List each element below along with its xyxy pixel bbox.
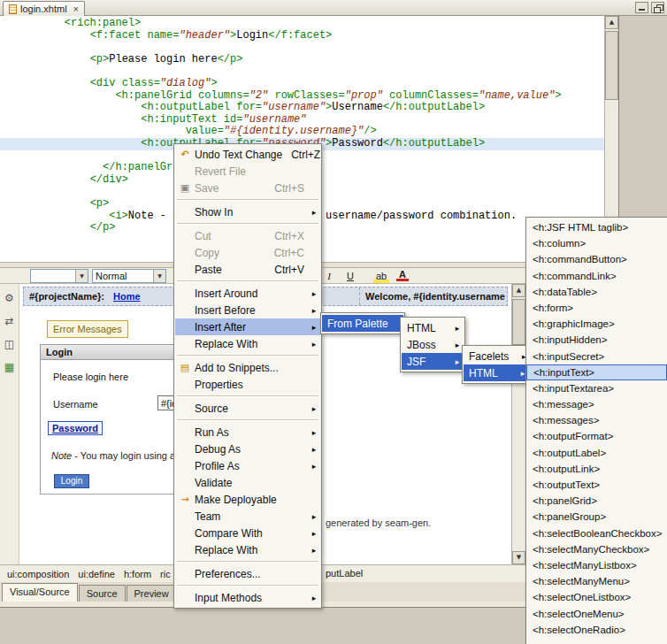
tag-item-h-form[interactable]: <h:form> (526, 300, 667, 316)
menu-item-paste[interactable]: PasteCtrl+V (175, 261, 320, 278)
scroll-down-icon[interactable]: ▼ (512, 551, 525, 564)
password-label-selected[interactable]: Password (48, 421, 103, 435)
menu-item-add-to-snippets[interactable]: ▤Add to Snippets... (175, 359, 320, 376)
code-line[interactable]: <div class="dialog"> (7, 78, 604, 90)
menu-item-input-methods[interactable]: Input Methods▸ (175, 589, 320, 606)
tag-item-h-selectmanycheckbox[interactable]: <h:selectManyCheckbox> (526, 541, 667, 557)
font-color-button[interactable]: A (396, 269, 409, 281)
tag-item-h-graphicimage[interactable]: <h:graphicImage> (526, 316, 667, 332)
menu-item-replace-with[interactable]: Replace With▸ (175, 541, 320, 558)
menu-item-insert-after[interactable]: Insert After▸ (175, 318, 320, 335)
code-line[interactable]: <p>Please login here</p> (7, 54, 604, 66)
menu-item-properties[interactable]: Properties (175, 376, 320, 393)
chevron-down-icon[interactable]: ▼ (75, 270, 88, 282)
tag-item-h-outputtext[interactable]: <h:outputText> (526, 477, 667, 493)
code-line[interactable]: <h:panelGrid columns="2" rowClasses="pro… (7, 90, 604, 103)
breadcrumb-item-ui-composition[interactable]: ui:composition (7, 569, 69, 579)
menu-item-undo-text-change[interactable]: ↶Undo Text ChangeCtrl+Z (175, 146, 320, 163)
login-button[interactable]: Login (54, 474, 89, 488)
menu-item-insert-before[interactable]: Insert Before▸ (175, 302, 320, 318)
tag-item-h-selectmanymenu[interactable]: <h:selectManyMenu> (526, 573, 667, 589)
italic-button[interactable]: I (320, 269, 338, 283)
code-line[interactable]: <h:inputText id="username" (7, 114, 604, 126)
canvas-scrollbar[interactable]: ▲ ▼ (511, 284, 525, 564)
code-line[interactable] (7, 65, 604, 78)
menu-item-debug-as[interactable]: Debug As▸ (175, 441, 320, 457)
editor-scrollbar-thumb[interactable] (605, 31, 618, 100)
menu-item-html[interactable]: HTML▸ (464, 364, 529, 381)
menu-item-validate[interactable]: Validate (175, 474, 320, 491)
tag-item-h-inputhidden[interactable]: <h:inputHidden> (526, 332, 667, 348)
paragraph-format-combo[interactable]: Normal ▼ (92, 269, 166, 283)
tag-item-h-message[interactable]: <h:message> (526, 396, 667, 412)
code-line[interactable]: value="#{identity.username}"/> (7, 126, 604, 138)
tag-item-h-datatable[interactable]: <h:dataTable> (526, 284, 667, 300)
tag-item-h-outputlabel[interactable]: <h:outputLabel> (526, 445, 667, 461)
chevron-down-icon[interactable]: ▼ (153, 270, 165, 282)
code-line[interactable]: <h:outputLabel for="username">Username</… (7, 102, 604, 114)
scroll-up-icon[interactable]: ▲ (605, 16, 618, 29)
menu-item-cut[interactable]: CutCtrl+X (175, 227, 320, 244)
breadcrumb-tail-fragment[interactable]: putLabel (326, 568, 363, 579)
gear-icon[interactable]: ⚙ (3, 291, 17, 305)
menu-item-preferences[interactable]: Preferences... (175, 565, 320, 582)
underline-button[interactable]: U (341, 269, 359, 283)
restore-icon[interactable] (651, 2, 664, 13)
tag-item-h-selectmanylistbox[interactable]: <h:selectManyListbox> (526, 557, 667, 573)
menu-item-html[interactable]: HTML▸ (402, 319, 464, 336)
tag-item-h-column[interactable]: <h:column> (526, 235, 667, 251)
grid-icon[interactable]: ▦ (3, 360, 17, 374)
tag-item-h-commandbutton[interactable]: <h:commandButton> (526, 251, 667, 267)
menu-item-replace-with[interactable]: Replace With▸ (175, 335, 320, 352)
tag-item-h-panelgroup[interactable]: <h:panelGroup> (526, 509, 667, 525)
menu-item-run-as[interactable]: Run As▸ (175, 424, 320, 441)
breadcrumb-item-ui-define[interactable]: ui:define (78, 569, 115, 579)
menu-item-insert-around[interactable]: Insert Around▸ (175, 285, 320, 302)
code-line[interactable]: <f:facet name="header">Login</f:facet> (7, 30, 604, 42)
code-line[interactable] (7, 42, 604, 54)
tag-item-h-inputtext[interactable]: <h:inputText> (526, 364, 667, 380)
menu-item-make-deployable[interactable]: →Make Deployable (175, 491, 320, 508)
menu-item-compare-with[interactable]: Compare With▸ (175, 525, 320, 541)
close-icon[interactable]: × (73, 4, 79, 14)
tag-item-h-outputformat[interactable]: <h:outputFormat> (526, 428, 667, 444)
minimize-icon[interactable] (635, 2, 648, 13)
tab-preview[interactable]: Preview (126, 585, 177, 602)
menu-item-show-in[interactable]: Show In▸ (175, 203, 320, 220)
tag-item-h-commandlink[interactable]: <h:commandLink> (526, 268, 667, 284)
tag-item-h-inputtextarea[interactable]: <h:inputTextarea> (526, 380, 667, 396)
menu-item-jboss[interactable]: JBoss▸ (402, 336, 464, 353)
tag-item-h-jsf-html-taglib[interactable]: <h:JSF HTML taglib> (526, 219, 667, 235)
style-combo[interactable]: ▼ (30, 269, 88, 283)
scroll-up-icon[interactable]: ▲ (512, 284, 525, 297)
breadcrumb-item-h-form[interactable]: h:form (124, 569, 151, 579)
editor-tab-login-xhtml[interactable]: login.xhtml × (3, 1, 85, 16)
menu-item-copy[interactable]: CopyCtrl+C (175, 244, 320, 261)
menu-item-source[interactable]: Source▸ (175, 400, 320, 417)
tag-item-h-selectonelistbox[interactable]: <h:selectOneListbox> (526, 589, 667, 605)
tag-item-h-panelgrid[interactable]: <h:panelGrid> (526, 493, 667, 509)
code-line[interactable]: <rich:panel> (7, 18, 604, 30)
tag-item-h-selectbooleancheckbox[interactable]: <h:selectBooleanCheckbox> (526, 525, 667, 541)
home-link[interactable]: Home (113, 291, 141, 302)
tab-visual-source[interactable]: Visual/Source (2, 583, 78, 602)
menu-item-save[interactable]: ▣SaveCtrl+S (175, 180, 320, 196)
tag-item-h-selectonemenu[interactable]: <h:selectOneMenu> (526, 606, 667, 622)
menu-item-revert-file[interactable]: Revert File (175, 163, 320, 180)
tag-item-h-outputlink[interactable]: <h:outputLink> (526, 461, 667, 477)
refresh-icon[interactable]: ⇄ (3, 314, 17, 328)
tag-item-h-selectoneradio[interactable]: <h:selectOneRadio> (526, 622, 667, 638)
tag-item-h-messages[interactable]: <h:messages> (526, 412, 667, 428)
tab-source[interactable]: Source (79, 585, 126, 602)
menu-item-from-palette[interactable]: From Palette▸ (322, 315, 403, 332)
menu-item-facelets[interactable]: Facelets▸ (464, 348, 529, 364)
canvas-scrollbar-thumb[interactable] (512, 299, 525, 345)
breadcrumb-item-ric[interactable]: ric (160, 569, 171, 579)
tag-item-h-inputsecret[interactable]: <h:inputSecret> (526, 349, 667, 364)
menu-item-jsf[interactable]: JSF▸ (402, 353, 464, 370)
highlight-color-button[interactable]: ab (373, 269, 389, 283)
pages-icon[interactable]: ◫ (3, 337, 17, 351)
submenu-arrow-icon: ▸ (451, 324, 464, 333)
menu-item-team[interactable]: Team▸ (175, 508, 320, 525)
menu-item-profile-as[interactable]: Profile As▸ (175, 457, 320, 474)
